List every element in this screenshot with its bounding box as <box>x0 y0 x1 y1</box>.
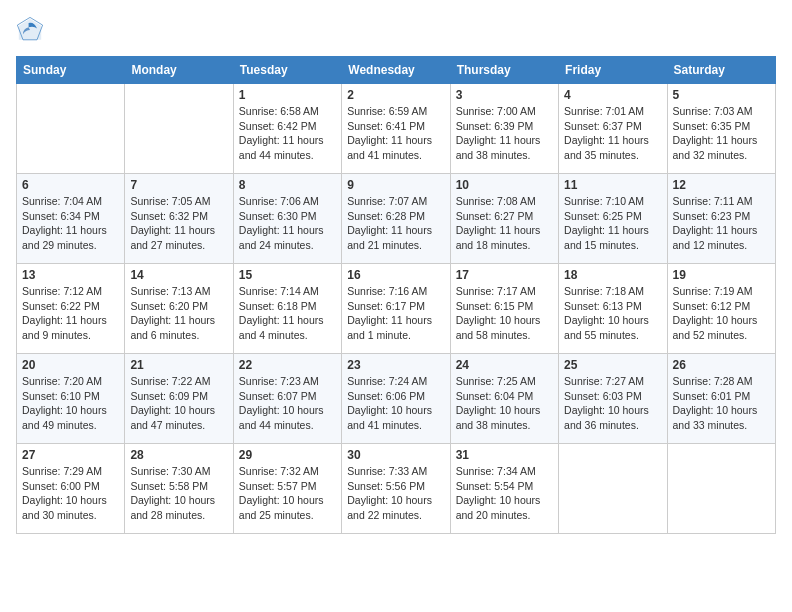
day-number: 8 <box>239 178 336 192</box>
calendar-cell: 7Sunrise: 7:05 AM Sunset: 6:32 PM Daylig… <box>125 174 233 264</box>
day-number: 7 <box>130 178 227 192</box>
day-number: 5 <box>673 88 770 102</box>
calendar-cell: 26Sunrise: 7:28 AM Sunset: 6:01 PM Dayli… <box>667 354 775 444</box>
day-info: Sunrise: 7:25 AM Sunset: 6:04 PM Dayligh… <box>456 374 553 433</box>
calendar-cell: 19Sunrise: 7:19 AM Sunset: 6:12 PM Dayli… <box>667 264 775 354</box>
day-number: 1 <box>239 88 336 102</box>
calendar-cell: 16Sunrise: 7:16 AM Sunset: 6:17 PM Dayli… <box>342 264 450 354</box>
calendar-cell: 10Sunrise: 7:08 AM Sunset: 6:27 PM Dayli… <box>450 174 558 264</box>
day-info: Sunrise: 6:59 AM Sunset: 6:41 PM Dayligh… <box>347 104 444 163</box>
day-info: Sunrise: 7:27 AM Sunset: 6:03 PM Dayligh… <box>564 374 661 433</box>
header-row: SundayMondayTuesdayWednesdayThursdayFrid… <box>17 57 776 84</box>
page-header <box>16 16 776 44</box>
calendar-cell: 3Sunrise: 7:00 AM Sunset: 6:39 PM Daylig… <box>450 84 558 174</box>
day-number: 16 <box>347 268 444 282</box>
day-info: Sunrise: 7:33 AM Sunset: 5:56 PM Dayligh… <box>347 464 444 523</box>
day-info: Sunrise: 7:18 AM Sunset: 6:13 PM Dayligh… <box>564 284 661 343</box>
day-info: Sunrise: 7:30 AM Sunset: 5:58 PM Dayligh… <box>130 464 227 523</box>
day-info: Sunrise: 7:14 AM Sunset: 6:18 PM Dayligh… <box>239 284 336 343</box>
day-info: Sunrise: 7:08 AM Sunset: 6:27 PM Dayligh… <box>456 194 553 253</box>
calendar-cell: 1Sunrise: 6:58 AM Sunset: 6:42 PM Daylig… <box>233 84 341 174</box>
day-number: 10 <box>456 178 553 192</box>
calendar-cell: 14Sunrise: 7:13 AM Sunset: 6:20 PM Dayli… <box>125 264 233 354</box>
day-number: 9 <box>347 178 444 192</box>
day-info: Sunrise: 7:00 AM Sunset: 6:39 PM Dayligh… <box>456 104 553 163</box>
day-number: 12 <box>673 178 770 192</box>
day-info: Sunrise: 7:16 AM Sunset: 6:17 PM Dayligh… <box>347 284 444 343</box>
calendar-cell: 13Sunrise: 7:12 AM Sunset: 6:22 PM Dayli… <box>17 264 125 354</box>
day-of-week-header: Friday <box>559 57 667 84</box>
day-info: Sunrise: 7:24 AM Sunset: 6:06 PM Dayligh… <box>347 374 444 433</box>
day-number: 31 <box>456 448 553 462</box>
day-info: Sunrise: 7:07 AM Sunset: 6:28 PM Dayligh… <box>347 194 444 253</box>
day-of-week-header: Wednesday <box>342 57 450 84</box>
calendar-cell: 20Sunrise: 7:20 AM Sunset: 6:10 PM Dayli… <box>17 354 125 444</box>
day-info: Sunrise: 7:34 AM Sunset: 5:54 PM Dayligh… <box>456 464 553 523</box>
calendar-cell: 23Sunrise: 7:24 AM Sunset: 6:06 PM Dayli… <box>342 354 450 444</box>
day-number: 27 <box>22 448 119 462</box>
calendar-cell: 30Sunrise: 7:33 AM Sunset: 5:56 PM Dayli… <box>342 444 450 534</box>
day-of-week-header: Tuesday <box>233 57 341 84</box>
calendar-cell: 22Sunrise: 7:23 AM Sunset: 6:07 PM Dayli… <box>233 354 341 444</box>
day-number: 15 <box>239 268 336 282</box>
calendar-table: SundayMondayTuesdayWednesdayThursdayFrid… <box>16 56 776 534</box>
calendar-cell: 29Sunrise: 7:32 AM Sunset: 5:57 PM Dayli… <box>233 444 341 534</box>
day-number: 25 <box>564 358 661 372</box>
day-number: 28 <box>130 448 227 462</box>
day-number: 13 <box>22 268 119 282</box>
day-number: 14 <box>130 268 227 282</box>
day-number: 29 <box>239 448 336 462</box>
day-info: Sunrise: 7:13 AM Sunset: 6:20 PM Dayligh… <box>130 284 227 343</box>
day-of-week-header: Monday <box>125 57 233 84</box>
day-number: 17 <box>456 268 553 282</box>
day-number: 23 <box>347 358 444 372</box>
calendar-cell <box>125 84 233 174</box>
calendar-body: 1Sunrise: 6:58 AM Sunset: 6:42 PM Daylig… <box>17 84 776 534</box>
calendar-cell <box>559 444 667 534</box>
calendar-week-row: 20Sunrise: 7:20 AM Sunset: 6:10 PM Dayli… <box>17 354 776 444</box>
calendar-cell: 31Sunrise: 7:34 AM Sunset: 5:54 PM Dayli… <box>450 444 558 534</box>
day-number: 19 <box>673 268 770 282</box>
calendar-cell: 8Sunrise: 7:06 AM Sunset: 6:30 PM Daylig… <box>233 174 341 264</box>
day-info: Sunrise: 6:58 AM Sunset: 6:42 PM Dayligh… <box>239 104 336 163</box>
day-number: 26 <box>673 358 770 372</box>
day-number: 3 <box>456 88 553 102</box>
calendar-cell: 27Sunrise: 7:29 AM Sunset: 6:00 PM Dayli… <box>17 444 125 534</box>
day-info: Sunrise: 7:01 AM Sunset: 6:37 PM Dayligh… <box>564 104 661 163</box>
day-number: 30 <box>347 448 444 462</box>
calendar-cell: 9Sunrise: 7:07 AM Sunset: 6:28 PM Daylig… <box>342 174 450 264</box>
day-info: Sunrise: 7:22 AM Sunset: 6:09 PM Dayligh… <box>130 374 227 433</box>
calendar-cell <box>17 84 125 174</box>
calendar-week-row: 13Sunrise: 7:12 AM Sunset: 6:22 PM Dayli… <box>17 264 776 354</box>
calendar-cell: 25Sunrise: 7:27 AM Sunset: 6:03 PM Dayli… <box>559 354 667 444</box>
day-number: 6 <box>22 178 119 192</box>
calendar-week-row: 1Sunrise: 6:58 AM Sunset: 6:42 PM Daylig… <box>17 84 776 174</box>
calendar-week-row: 27Sunrise: 7:29 AM Sunset: 6:00 PM Dayli… <box>17 444 776 534</box>
day-info: Sunrise: 7:17 AM Sunset: 6:15 PM Dayligh… <box>456 284 553 343</box>
day-info: Sunrise: 7:05 AM Sunset: 6:32 PM Dayligh… <box>130 194 227 253</box>
day-number: 20 <box>22 358 119 372</box>
logo-icon <box>16 16 44 44</box>
calendar-cell: 24Sunrise: 7:25 AM Sunset: 6:04 PM Dayli… <box>450 354 558 444</box>
calendar-cell: 4Sunrise: 7:01 AM Sunset: 6:37 PM Daylig… <box>559 84 667 174</box>
day-of-week-header: Thursday <box>450 57 558 84</box>
calendar-cell: 6Sunrise: 7:04 AM Sunset: 6:34 PM Daylig… <box>17 174 125 264</box>
day-info: Sunrise: 7:23 AM Sunset: 6:07 PM Dayligh… <box>239 374 336 433</box>
day-number: 4 <box>564 88 661 102</box>
day-of-week-header: Saturday <box>667 57 775 84</box>
calendar-cell: 18Sunrise: 7:18 AM Sunset: 6:13 PM Dayli… <box>559 264 667 354</box>
day-info: Sunrise: 7:19 AM Sunset: 6:12 PM Dayligh… <box>673 284 770 343</box>
logo <box>16 16 48 44</box>
day-info: Sunrise: 7:12 AM Sunset: 6:22 PM Dayligh… <box>22 284 119 343</box>
day-number: 11 <box>564 178 661 192</box>
calendar-cell: 2Sunrise: 6:59 AM Sunset: 6:41 PM Daylig… <box>342 84 450 174</box>
calendar-cell <box>667 444 775 534</box>
day-info: Sunrise: 7:32 AM Sunset: 5:57 PM Dayligh… <box>239 464 336 523</box>
day-info: Sunrise: 7:06 AM Sunset: 6:30 PM Dayligh… <box>239 194 336 253</box>
calendar-week-row: 6Sunrise: 7:04 AM Sunset: 6:34 PM Daylig… <box>17 174 776 264</box>
day-info: Sunrise: 7:04 AM Sunset: 6:34 PM Dayligh… <box>22 194 119 253</box>
day-number: 24 <box>456 358 553 372</box>
day-of-week-header: Sunday <box>17 57 125 84</box>
day-info: Sunrise: 7:28 AM Sunset: 6:01 PM Dayligh… <box>673 374 770 433</box>
day-info: Sunrise: 7:11 AM Sunset: 6:23 PM Dayligh… <box>673 194 770 253</box>
